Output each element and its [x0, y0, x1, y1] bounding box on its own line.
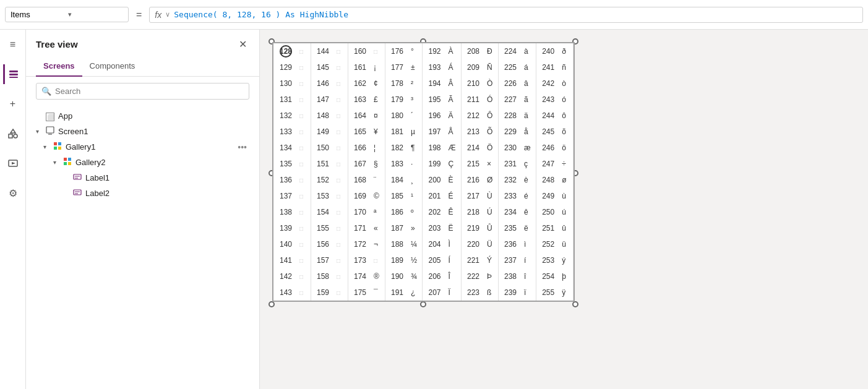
items-dropdown[interactable]: Items ▾ — [5, 7, 129, 22]
grid-char: □ — [296, 220, 311, 236]
svg-rect-10 — [54, 142, 57, 145]
layers-icon[interactable] — [3, 64, 23, 84]
grid-char: ã — [520, 92, 536, 108]
plus-icon[interactable]: + — [3, 94, 23, 114]
grid-char: □ — [333, 75, 348, 92]
hamburger-icon[interactable]: ≡ — [3, 35, 23, 54]
grid-char: ÷ — [558, 156, 573, 172]
grid-char: Ø — [483, 172, 498, 188]
grid-char: É — [445, 188, 462, 204]
grid-char: Å — [445, 124, 462, 140]
grid-char: ¡ — [370, 59, 385, 75]
grid-number: 204 — [423, 236, 445, 252]
svg-rect-21 — [74, 190, 81, 195]
grid-char: ê — [520, 204, 536, 220]
grid-char: ç — [520, 156, 536, 172]
grid-number: 229 — [498, 124, 520, 140]
grid-char: ² — [407, 75, 423, 92]
tree-tabs: Screens Components — [26, 56, 259, 77]
tree-item-gallery2[interactable]: ▾ Gallery2 — [26, 155, 259, 170]
grid-number: 134 — [273, 140, 296, 156]
grid-char: ¶ — [407, 140, 423, 156]
grid-char: Â — [445, 75, 462, 92]
handle-bot-mid[interactable] — [420, 301, 426, 307]
settings-icon[interactable]: ⚙ — [3, 183, 23, 203]
canvas-area[interactable]: 128□144□160□176°192À208Ð224à240ð129□145□… — [260, 30, 868, 389]
handle-bot-right[interactable] — [572, 301, 578, 307]
grid-char: □ — [333, 220, 348, 236]
grid-number: 242 — [536, 75, 558, 92]
grid-number: 196 — [423, 108, 445, 124]
search-icon: 🔍 — [41, 87, 51, 96]
grid-number: 239 — [498, 284, 520, 301]
grid-number: 145 — [311, 59, 333, 75]
grid-char: Î — [445, 268, 462, 284]
grid-number: 253 — [536, 252, 558, 268]
tree-item-app[interactable]: ⬜ App — [26, 108, 259, 124]
table-row: 132□148□164¤180´196Ä212Ô228ä244ô — [273, 108, 573, 124]
grid-number: 168 — [348, 172, 370, 188]
tree-item-gallery1[interactable]: ▾ Gallery1 ••• — [26, 139, 259, 155]
handle-bot-left[interactable] — [269, 301, 275, 307]
grid-char: ø — [558, 172, 573, 188]
label1-label: Label1 — [85, 173, 249, 182]
grid-number: 236 — [498, 236, 520, 252]
tree-item-label1[interactable]: Label1 — [26, 170, 259, 186]
grid-char: □ — [296, 284, 311, 301]
grid-char: ÿ — [558, 284, 573, 301]
grid-number: 160 — [348, 43, 370, 59]
grid-number: 219 — [461, 220, 483, 236]
grid-number: 153 — [311, 188, 333, 204]
grid-char: □ — [333, 236, 348, 252]
tab-screens[interactable]: Screens — [36, 56, 82, 77]
grid-char: □ — [333, 204, 348, 220]
grid-number: 211 — [461, 92, 483, 108]
grid-char: « — [370, 220, 385, 236]
svg-rect-1 — [9, 74, 18, 75]
tree-panel-title: Tree view — [36, 39, 78, 49]
grid-number: 199 — [423, 156, 445, 172]
tab-components[interactable]: Components — [82, 56, 143, 77]
grid-number: 172 — [348, 236, 370, 252]
grid-char: Á — [445, 59, 462, 75]
grid-char: £ — [370, 92, 385, 108]
grid-number: 130 — [273, 75, 296, 92]
grid-number: 223 — [461, 284, 483, 301]
grid-char: ¼ — [407, 236, 423, 252]
svg-marker-5 — [11, 129, 15, 133]
grid-char: î — [520, 268, 536, 284]
grid-char: □ — [296, 108, 311, 124]
grid-char: ¿ — [407, 284, 423, 301]
grid-number: 246 — [536, 140, 558, 156]
grid-char: ® — [370, 268, 385, 284]
grid-char: □ — [333, 108, 348, 124]
grid-char: Ë — [445, 220, 462, 236]
fx-icon: fx — [155, 10, 161, 20]
grid-number: 146 — [311, 75, 333, 92]
grid-number: 234 — [498, 204, 520, 220]
gallery1-more-button[interactable]: ••• — [235, 142, 249, 152]
table-row: 141□157□173□189½205Í221Ý237í253ý — [273, 252, 573, 268]
tree-item-screen1[interactable]: ▾ Screen1 — [26, 124, 259, 139]
grid-char: ó — [558, 92, 573, 108]
grid-char: ö — [558, 140, 573, 156]
grid-char: □ — [296, 124, 311, 140]
svg-rect-15 — [68, 158, 71, 161]
grid-number: 212 — [461, 108, 483, 124]
shapes-icon[interactable] — [3, 124, 23, 143]
grid-char: □ — [296, 268, 311, 284]
grid-number: 222 — [461, 268, 483, 284]
grid-number: 231 — [498, 156, 520, 172]
grid-number: 241 — [536, 59, 558, 75]
grid-char: Ì — [445, 236, 462, 252]
data-grid: 128□144□160□176°192À208Ð224à240ð129□145□… — [273, 43, 574, 301]
grid-char: º — [407, 204, 423, 220]
close-button[interactable]: ✕ — [236, 37, 249, 51]
grid-char: ë — [520, 220, 536, 236]
search-box[interactable]: 🔍 — [36, 83, 249, 100]
tree-item-label2[interactable]: Label2 — [26, 186, 259, 201]
items-dropdown-chevron: ▾ — [68, 11, 123, 19]
grid-number: 132 — [273, 108, 296, 124]
search-input[interactable] — [55, 87, 244, 96]
media-icon[interactable] — [3, 153, 23, 173]
